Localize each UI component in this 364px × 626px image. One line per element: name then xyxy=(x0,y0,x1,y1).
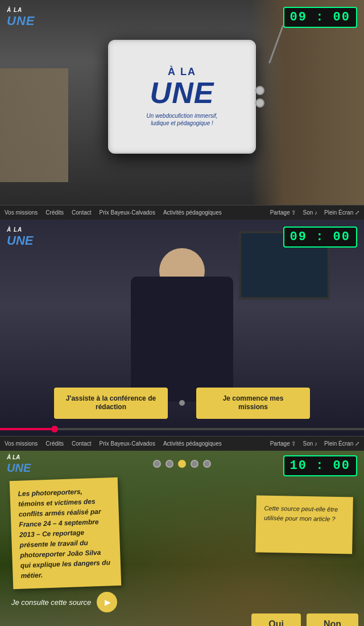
clock-section2: 09 : 00 xyxy=(283,226,357,248)
progress-dot-1[interactable] xyxy=(153,460,161,468)
sticky-note-right: Cette source peut-elle être utilisée pou… xyxy=(255,496,353,554)
logo2-une: UNE xyxy=(7,233,33,248)
nav-item-activites-2[interactable]: Activités pédagogiques xyxy=(163,440,222,447)
nav-son-1[interactable]: Son ♪ xyxy=(303,209,318,216)
choice-buttons: J'assiste à la conférence de rédaction J… xyxy=(0,388,364,419)
nav-item-prix-1[interactable]: Prix Bayeux-Calvados xyxy=(100,209,155,216)
progress-dot-4[interactable] xyxy=(191,460,198,468)
note-left-text: Les photoreporters, témoins et victimes … xyxy=(18,485,113,581)
person-body xyxy=(131,277,233,402)
tv-subtitle: Un webdocufiction immersif,ludique et pé… xyxy=(146,112,217,127)
consult-source-label: Je consulte cette source xyxy=(11,598,91,607)
boxes-decoration xyxy=(0,68,68,182)
logo-a-la: À LA xyxy=(7,7,35,14)
oui-button[interactable]: Oui xyxy=(251,613,301,626)
logo2-a-la: À LA xyxy=(7,226,33,233)
nav-item-contact-2[interactable]: Contact xyxy=(72,440,91,447)
nav-fullscreen-2[interactable]: Plein Écran ⤢ xyxy=(324,440,359,447)
nav-item-missions-1[interactable]: Vos missions xyxy=(5,209,38,216)
nav-item-prix-2[interactable]: Prix Bayeux-Calvados xyxy=(100,440,155,447)
interview-section: À LA UNE 09 : 00 J'assiste à la conféren… xyxy=(0,220,364,436)
progress-bar xyxy=(0,428,364,430)
nav-left-2: Vos missions Crédits Contact Prix Bayeux… xyxy=(5,440,222,447)
navbar-1: Vos missions Crédits Contact Prix Bayeux… xyxy=(0,205,364,220)
navbar-2: Vos missions Crédits Contact Prix Bayeux… xyxy=(0,436,364,451)
tv-monitor: À LA UNE Un webdocufiction immersif,ludi… xyxy=(108,40,256,165)
tv-button-1[interactable] xyxy=(255,86,264,95)
answer-buttons: Oui Non xyxy=(251,613,358,626)
consult-source-button[interactable] xyxy=(97,592,117,612)
progress-dot-5[interactable] xyxy=(203,460,211,468)
logo-section2: À LA UNE xyxy=(7,226,33,248)
choice-separator-dot xyxy=(179,400,185,406)
nav-right-2: Partage ⇧ Son ♪ Plein Écran ⤢ xyxy=(270,440,359,447)
clock-section3: 10 : 00 xyxy=(283,455,357,476)
choice-conference-button[interactable]: J'assiste à la conférence de rédaction xyxy=(54,388,168,419)
tv-button-2[interactable] xyxy=(255,98,264,108)
logo-une: UNE xyxy=(7,14,35,28)
clock-section1: 09 : 00 xyxy=(283,7,357,28)
progress-dot-3-active[interactable] xyxy=(178,460,186,468)
progress-dot xyxy=(51,426,58,433)
sticky-note-left: Les photoreporters, témoins et victimes … xyxy=(10,477,122,590)
tv-frame: À LA UNE Un webdocufiction immersif,ludi… xyxy=(108,40,256,154)
nav-partage-1[interactable]: Partage ⇧ xyxy=(270,209,296,216)
logo3-a-la: À LA xyxy=(7,454,31,461)
logo-section1: À LA UNE xyxy=(7,7,35,28)
nav-left-1: Vos missions Crédits Contact Prix Bayeux… xyxy=(5,209,222,216)
person-figure xyxy=(131,277,233,402)
choice-missions-button[interactable]: Je commence mes missions xyxy=(196,388,310,419)
shelves-decoration xyxy=(250,0,364,205)
progress-dot-2[interactable] xyxy=(166,460,173,468)
progress-dots xyxy=(153,460,211,468)
nav-partage-2[interactable]: Partage ⇧ xyxy=(270,440,296,447)
note-right-text: Cette source peut-elle être utilisée pou… xyxy=(264,504,345,524)
nav-right-1: Partage ⇧ Son ♪ Plein Écran ⤢ xyxy=(270,209,359,216)
tv-buttons xyxy=(255,86,264,108)
nav-fullscreen-1[interactable]: Plein Écran ⤢ xyxy=(324,209,359,216)
non-button[interactable]: Non xyxy=(307,613,358,626)
nav-son-2[interactable]: Son ♪ xyxy=(303,440,318,447)
nav-item-missions-2[interactable]: Vos missions xyxy=(5,440,38,447)
nav-item-credits-2[interactable]: Crédits xyxy=(46,440,64,447)
mission-section: À LA UNE 10 : 00 Les photoreporters, tém… xyxy=(0,451,364,626)
logo-section3: À LA UNE xyxy=(7,454,31,475)
nav-item-activites-1[interactable]: Activités pédagogiques xyxy=(163,209,222,216)
tv-content: À LA UNE Un webdocufiction immersif,ludi… xyxy=(146,67,217,127)
hero-section: À LA UNE À LA UNE Un webdocufiction imme… xyxy=(0,0,364,205)
consult-source-area: Je consulte cette source xyxy=(11,592,117,612)
nav-item-contact-1[interactable]: Contact xyxy=(72,209,91,216)
nav-item-credits-1[interactable]: Crédits xyxy=(46,209,64,216)
tv-une-text: UNE xyxy=(146,78,217,108)
logo3-une: UNE xyxy=(7,461,31,475)
progress-fill xyxy=(0,428,55,430)
